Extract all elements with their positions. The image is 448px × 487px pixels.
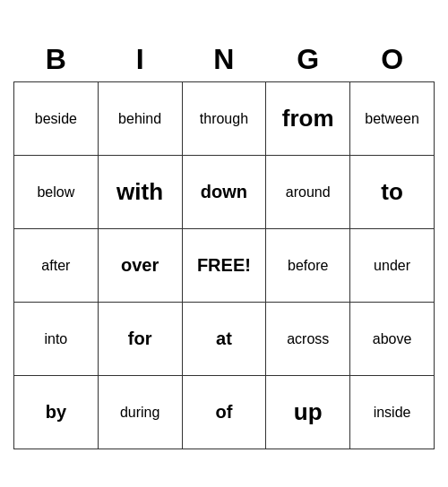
bingo-cell-2-3: before xyxy=(266,229,350,303)
bingo-cell-1-4: to xyxy=(350,156,435,229)
bingo-row-0: besidebehindthroughfrombetween xyxy=(14,82,435,156)
bingo-cell-2-0: after xyxy=(14,229,99,303)
bingo-cell-1-1: with xyxy=(98,156,182,229)
bingo-row-2: afteroverFREE!beforeunder xyxy=(14,229,435,303)
bingo-body: besidebehindthroughfrombetweenbelowwithd… xyxy=(14,82,435,449)
header-col-b: B xyxy=(14,38,99,82)
bingo-header-row: BINGO xyxy=(14,38,435,82)
bingo-cell-2-4: under xyxy=(350,229,435,303)
bingo-cell-0-2: through xyxy=(182,82,266,156)
header-col-i: I xyxy=(98,38,182,82)
bingo-row-1: belowwithdownaroundto xyxy=(14,156,435,229)
bingo-row-4: byduringofupinside xyxy=(14,376,435,449)
bingo-cell-4-4: inside xyxy=(350,376,435,449)
bingo-card: BINGO besidebehindthroughfrombetweenbelo… xyxy=(13,38,435,450)
bingo-cell-2-2: FREE! xyxy=(182,229,266,303)
bingo-cell-4-1: during xyxy=(98,376,182,449)
header-col-o: O xyxy=(350,38,435,82)
bingo-cell-1-2: down xyxy=(182,156,266,229)
bingo-cell-0-0: beside xyxy=(14,82,99,156)
bingo-cell-3-3: across xyxy=(266,303,350,376)
bingo-cell-3-1: for xyxy=(98,303,182,376)
header-col-n: N xyxy=(182,38,266,82)
bingo-cell-4-0: by xyxy=(14,376,99,449)
bingo-cell-4-3: up xyxy=(266,376,350,449)
bingo-cell-2-1: over xyxy=(98,229,182,303)
bingo-cell-3-4: above xyxy=(350,303,435,376)
bingo-cell-3-2: at xyxy=(182,303,266,376)
bingo-cell-0-3: from xyxy=(266,82,350,156)
header-col-g: G xyxy=(266,38,350,82)
bingo-cell-0-1: behind xyxy=(98,82,182,156)
bingo-cell-1-0: below xyxy=(14,156,99,229)
bingo-cell-1-3: around xyxy=(266,156,350,229)
bingo-row-3: intoforatacrossabove xyxy=(14,303,435,376)
bingo-cell-3-0: into xyxy=(14,303,99,376)
bingo-cell-4-2: of xyxy=(182,376,266,449)
bingo-cell-0-4: between xyxy=(350,82,435,156)
